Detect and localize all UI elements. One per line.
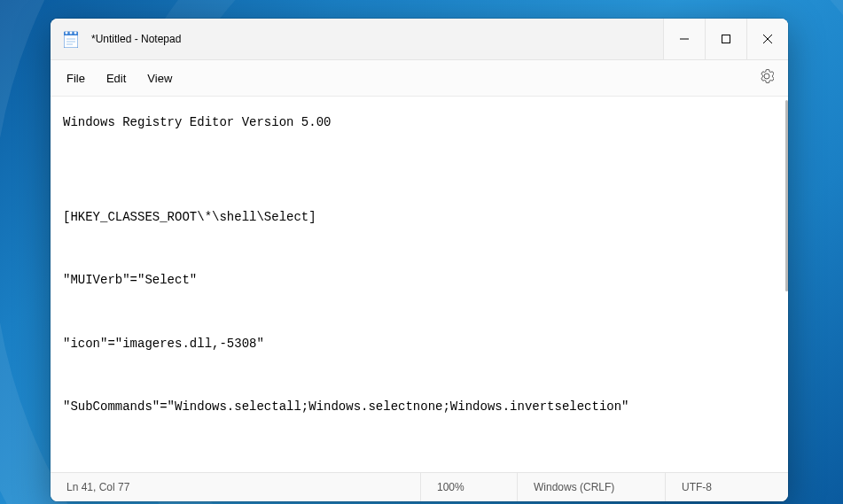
scrollbar[interactable] xyxy=(785,100,788,469)
status-zoom[interactable]: 100% xyxy=(420,473,517,501)
maximize-button[interactable] xyxy=(705,19,746,59)
close-button[interactable] xyxy=(746,19,788,59)
menubar: File Edit View xyxy=(51,60,788,97)
gear-icon xyxy=(760,69,774,83)
status-cursor-position: Ln 41, Col 77 xyxy=(51,473,420,501)
svg-point-3 xyxy=(70,32,73,35)
svg-point-4 xyxy=(74,32,77,35)
statusbar: Ln 41, Col 77 100% Windows (CRLF) UTF-8 xyxy=(51,472,788,501)
window-controls xyxy=(663,19,788,59)
svg-point-2 xyxy=(66,32,68,35)
notepad-icon xyxy=(63,31,79,47)
minimize-button[interactable] xyxy=(663,19,705,59)
menu-edit[interactable]: Edit xyxy=(96,66,137,90)
status-encoding[interactable]: UTF-8 xyxy=(665,473,788,501)
menu-file[interactable]: File xyxy=(56,66,96,90)
status-line-ending[interactable]: Windows (CRLF) xyxy=(517,473,665,501)
settings-button[interactable] xyxy=(751,64,783,92)
svg-rect-9 xyxy=(722,35,730,43)
titlebar[interactable]: *Untitled - Notepad xyxy=(51,19,788,60)
scrollbar-thumb[interactable] xyxy=(785,100,788,291)
notepad-window: *Untitled - Notepad File Edit View Windo… xyxy=(51,19,788,501)
window-title: *Untitled - Notepad xyxy=(91,33,663,45)
text-editor[interactable]: Windows Registry Editor Version 5.00 [HK… xyxy=(51,97,784,472)
editor-area: Windows Registry Editor Version 5.00 [HK… xyxy=(51,97,788,472)
menu-view[interactable]: View xyxy=(137,66,183,90)
